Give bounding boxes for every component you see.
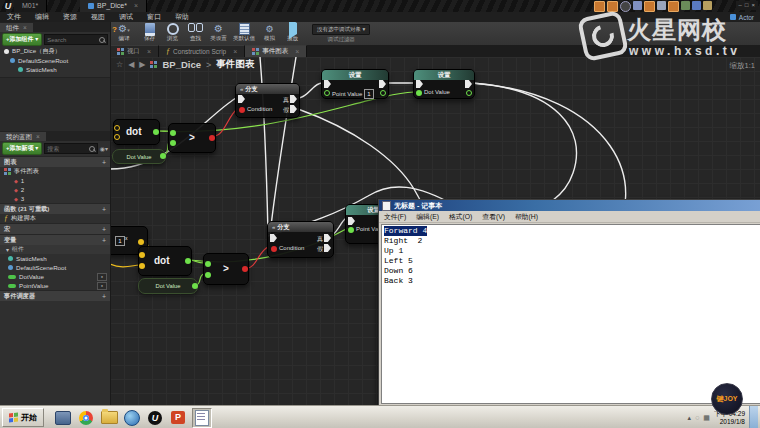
taskbar-media-player[interactable] (54, 409, 72, 427)
bool-out-pin[interactable] (242, 266, 248, 272)
menu-view[interactable]: 视图 (84, 12, 112, 22)
add-dispatcher-icon[interactable]: + (102, 293, 106, 300)
b-in-pin[interactable] (170, 140, 176, 146)
debug-object-dropdown[interactable]: 没有选中调试对象 ▾ (312, 24, 370, 35)
a-in-pin[interactable] (170, 130, 176, 136)
menu-window[interactable]: 窗口 (140, 12, 168, 22)
row-var-dot-value[interactable]: DotValue● (0, 272, 110, 281)
notepad-titlebar[interactable]: 无标题 - 记事本 (379, 200, 760, 211)
close-tab-icon[interactable]: × (295, 48, 299, 55)
breadcrumb-root[interactable]: BP_Dice (162, 59, 201, 70)
start-button[interactable]: 开始 (2, 408, 44, 427)
np-menu-format[interactable]: 格式(O) (444, 212, 477, 222)
close-tab-icon[interactable]: × (147, 48, 151, 55)
exec-false-pin[interactable] (290, 105, 297, 113)
np-menu-file[interactable]: 文件(F) (379, 212, 411, 222)
add-component-button[interactable]: +添加组件 ▾ (2, 33, 42, 46)
float-out-pin[interactable] (192, 283, 198, 289)
exec-in-pin[interactable] (416, 80, 423, 88)
exec-in-pin[interactable] (270, 234, 277, 242)
simulate-button[interactable]: ⚙ 模拟 (258, 23, 281, 42)
point-value-in-pin[interactable] (348, 227, 354, 233)
menu-edit[interactable]: 编辑 (28, 12, 56, 22)
vector-in-pin[interactable] (114, 125, 120, 131)
set-point-value-node[interactable]: 设置 Point Value 1 (321, 69, 389, 99)
float-out-pin[interactable] (160, 153, 166, 159)
condition-pin[interactable] (239, 107, 245, 113)
add-function-icon[interactable]: + (102, 206, 106, 213)
vector-in-pin[interactable] (139, 263, 145, 269)
eye-icon[interactable]: ● (97, 282, 107, 290)
exec-false-pin[interactable] (324, 244, 331, 252)
components-search[interactable] (44, 34, 108, 45)
row-construction-script[interactable]: ƒ构建脚本 (0, 214, 110, 223)
variables-category-components[interactable]: ▾ 组件 (0, 245, 110, 254)
exec-out-pin[interactable] (465, 80, 472, 88)
np-menu-help[interactable]: 帮助(H) (510, 212, 543, 222)
save-button[interactable]: 保存 (138, 23, 161, 42)
dot-value-in-pin[interactable] (416, 90, 422, 96)
vector-out-pin[interactable] (138, 239, 144, 245)
tab-event-graph[interactable]: 事件图表× (245, 45, 307, 57)
window-tab-level[interactable]: M01* (14, 0, 47, 12)
notepad-text-area[interactable]: Forward 4Right 2Up 1Left 5Down 6Back 3 (381, 224, 760, 404)
b-in-pin[interactable] (205, 272, 211, 278)
float-out-pin[interactable] (185, 258, 191, 264)
branch-node[interactable]: «分支 真 Condition 假 (235, 83, 300, 118)
tray-expand-icon[interactable]: ▴ (688, 414, 692, 422)
vector-in-pin[interactable] (139, 252, 145, 258)
greater-than-node[interactable]: > (168, 123, 216, 153)
row-event-2[interactable]: ◆2 (0, 185, 110, 194)
eye-icon[interactable]: ● (97, 273, 107, 281)
set-dot-value-node[interactable]: 设置 Dot Value (413, 69, 475, 99)
get-dot-value-node[interactable]: Dot Value (138, 278, 198, 294)
window-titlebar[interactable]: U M01* BP_Dice* × – □ × (0, 0, 760, 12)
a-in-pin[interactable] (205, 261, 211, 267)
menu-asset[interactable]: 资源 (56, 12, 84, 22)
tab-construction-script[interactable]: ƒ Construction Scrip× (159, 45, 245, 57)
section-variables[interactable]: 变量+ (0, 234, 110, 245)
tab-my-blueprint[interactable]: 我的蓝图× (0, 132, 46, 141)
branch-node[interactable]: «分支 真 Condition 假 (267, 221, 334, 258)
browse-button[interactable]: 浏览 (161, 23, 184, 42)
add-macro-icon[interactable]: + (102, 226, 106, 233)
taskbar-chrome[interactable] (77, 409, 95, 427)
notepad-window[interactable]: 无标题 - 记事本 文件(F) 编辑(E) 格式(O) 查看(V) 帮助(H) … (378, 199, 760, 407)
dot-product-node[interactable]: dot (113, 119, 160, 145)
row-event-1[interactable]: ◆1 (0, 176, 110, 185)
exec-in-pin[interactable] (348, 217, 355, 225)
bool-out-pin[interactable] (209, 135, 215, 141)
add-graph-icon[interactable]: + (102, 159, 106, 166)
point-value-in-pin[interactable] (324, 90, 330, 96)
window-controls[interactable]: – □ × (736, 1, 758, 10)
taskbar-globe-browser[interactable] (123, 409, 141, 427)
row-var-scene-root[interactable]: DefaultSceneRoot (0, 263, 110, 272)
row-event-graph[interactable]: 事件图表 (0, 167, 110, 176)
menu-debug[interactable]: 调试 (112, 12, 140, 22)
taskbar-unreal[interactable]: U (146, 409, 164, 427)
breadcrumb-current[interactable]: 事件图表 (216, 58, 254, 71)
exec-in-pin[interactable] (324, 80, 331, 88)
find-button[interactable]: 查找 (184, 23, 207, 42)
np-menu-view[interactable]: 查看(V) (477, 212, 510, 222)
condition-pin[interactable] (271, 246, 277, 252)
close-tab-icon[interactable]: × (134, 0, 138, 12)
np-menu-edit[interactable]: 编辑(E) (411, 212, 444, 222)
value-input[interactable]: 1 (364, 89, 374, 99)
my-blueprint-search[interactable] (44, 143, 98, 154)
dot-product-node[interactable]: dot (138, 246, 192, 276)
exec-true-pin[interactable] (324, 234, 331, 242)
close-tab-icon[interactable]: × (233, 48, 237, 55)
class-defaults-button[interactable]: 类默认值 (230, 23, 258, 42)
value-out-pin[interactable] (380, 90, 386, 96)
component-row-scene-root[interactable]: DefaultSceneRoot (0, 56, 110, 65)
compile-button[interactable]: ⚙?▾ 编译 (110, 23, 138, 42)
play-button[interactable]: 播放 (281, 23, 304, 42)
tray-volume-icon[interactable]: ▦ (703, 414, 710, 422)
component-row-static-mesh[interactable]: StaticMesh (0, 65, 110, 74)
get-dot-value-node[interactable]: Dot Value (112, 149, 166, 164)
taskbar-notepad[interactable] (192, 408, 212, 428)
components-search-input[interactable] (47, 37, 99, 43)
row-var-static-mesh[interactable]: StaticMesh (0, 254, 110, 263)
add-new-button[interactable]: +添加新项 ▾ (2, 142, 42, 155)
